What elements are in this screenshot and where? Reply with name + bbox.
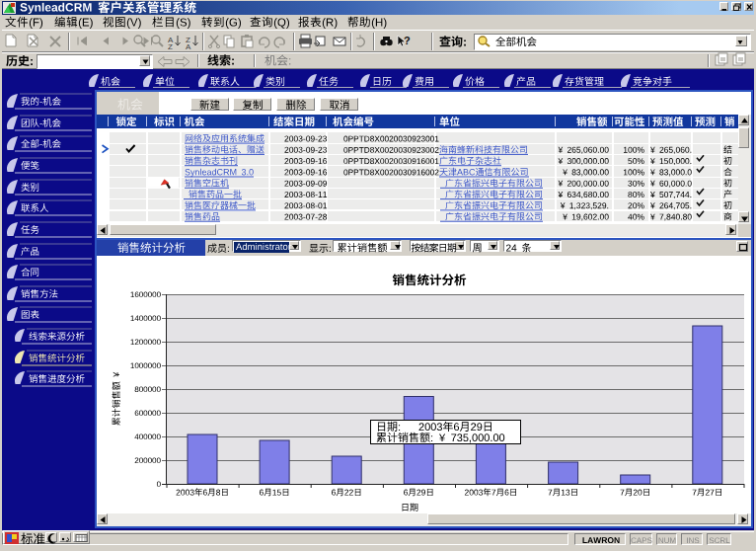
svg-text:A: A [186,42,191,51]
svg-text:?: ? [404,35,411,46]
svg-text:Z: Z [168,42,173,51]
